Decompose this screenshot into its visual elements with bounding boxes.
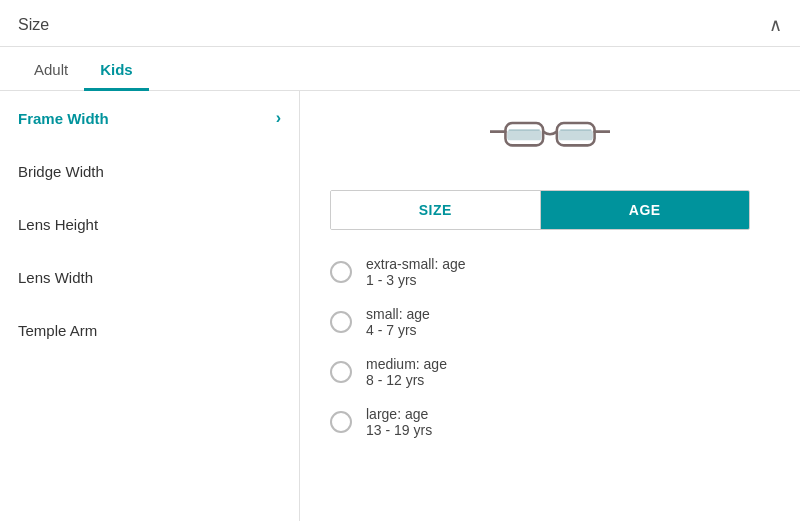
radio-small[interactable]: [330, 311, 352, 333]
radio-medium[interactable]: [330, 361, 352, 383]
option-label-medium: medium: age: [366, 356, 447, 372]
sidebar-item-bridge-width[interactable]: Bridge Width: [0, 145, 299, 198]
size-age-toggle: SIZE AGE: [330, 190, 750, 230]
option-label-small: small: age: [366, 306, 430, 322]
option-label-extra-small: extra-small: age: [366, 256, 466, 272]
option-label-large: large: age: [366, 406, 432, 422]
header-title: Size: [18, 16, 49, 34]
size-header: Size ∧: [0, 0, 800, 47]
sidebar-label-frame-width: Frame Width: [18, 110, 109, 127]
sidebar-label-bridge-width: Bridge Width: [18, 163, 104, 180]
svg-rect-4: [559, 130, 593, 140]
option-sub-large: 13 - 19 yrs: [366, 422, 432, 438]
size-tabs: Adult Kids: [0, 47, 800, 91]
option-text-large: large: age 13 - 19 yrs: [366, 406, 432, 438]
main-content: Frame Width › Bridge Width Lens Height L…: [0, 91, 800, 521]
sidebar-item-temple-arm[interactable]: Temple Arm: [0, 304, 299, 357]
radio-large[interactable]: [330, 411, 352, 433]
sidebar-label-lens-width: Lens Width: [18, 269, 93, 286]
glasses-svg: [490, 111, 610, 166]
sidebar-item-lens-height[interactable]: Lens Height: [0, 198, 299, 251]
chevron-right-icon: ›: [276, 109, 281, 127]
sidebar-item-lens-width[interactable]: Lens Width: [0, 251, 299, 304]
option-sub-extra-small: 1 - 3 yrs: [366, 272, 466, 288]
glasses-illustration: [330, 111, 770, 166]
size-filter-panel: Size ∧ Adult Kids Frame Width › Bridge W…: [0, 0, 800, 523]
radio-extra-small[interactable]: [330, 261, 352, 283]
options-list: extra-small: age 1 - 3 yrs small: age 4 …: [330, 256, 770, 438]
sidebar-label-lens-height: Lens Height: [18, 216, 98, 233]
option-extra-small[interactable]: extra-small: age 1 - 3 yrs: [330, 256, 770, 288]
tab-kids[interactable]: Kids: [84, 47, 149, 91]
tab-adult[interactable]: Adult: [18, 47, 84, 91]
option-sub-medium: 8 - 12 yrs: [366, 372, 447, 388]
sidebar: Frame Width › Bridge Width Lens Height L…: [0, 91, 300, 521]
option-medium[interactable]: medium: age 8 - 12 yrs: [330, 356, 770, 388]
sidebar-item-frame-width[interactable]: Frame Width ›: [0, 91, 299, 145]
sidebar-label-temple-arm: Temple Arm: [18, 322, 97, 339]
option-text-small: small: age 4 - 7 yrs: [366, 306, 430, 338]
option-small[interactable]: small: age 4 - 7 yrs: [330, 306, 770, 338]
option-sub-small: 4 - 7 yrs: [366, 322, 430, 338]
toggle-age-btn[interactable]: AGE: [541, 191, 750, 229]
option-text-medium: medium: age 8 - 12 yrs: [366, 356, 447, 388]
right-panel: SIZE AGE extra-small: age 1 - 3 yrs smal…: [300, 91, 800, 521]
option-large[interactable]: large: age 13 - 19 yrs: [330, 406, 770, 438]
option-text-extra-small: extra-small: age 1 - 3 yrs: [366, 256, 466, 288]
toggle-size-btn[interactable]: SIZE: [331, 191, 541, 229]
collapse-icon[interactable]: ∧: [769, 14, 782, 36]
svg-rect-2: [507, 130, 541, 140]
